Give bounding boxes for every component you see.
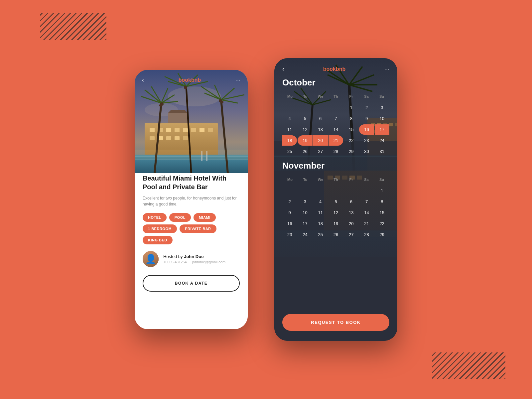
nov-day-23[interactable]: 23 (282, 229, 297, 240)
nov-day-1[interactable]: 1 (375, 186, 389, 196)
phone1-back-button[interactable]: ‹ (142, 76, 144, 83)
nov-day-11[interactable]: 11 (313, 207, 328, 218)
svg-rect-8 (183, 128, 188, 132)
cal-day-25[interactable]: 25 (282, 146, 297, 157)
request-to-book-button[interactable]: REQUEST TO BOOK (282, 314, 389, 331)
nov-weekday-mo: Mo (282, 176, 298, 183)
cal-day-18-range[interactable]: 18 (282, 135, 297, 146)
cal-day-23[interactable]: 23 (359, 135, 374, 146)
cal-day-24[interactable]: 24 (375, 135, 389, 146)
weekday-sa: Sa (359, 93, 374, 100)
cal-day-29[interactable]: 29 (344, 146, 358, 157)
cal-day-empty (282, 102, 297, 113)
nov-day-17[interactable]: 17 (298, 218, 312, 229)
cal-day-15[interactable]: 15 (344, 124, 358, 135)
cal-day-27[interactable]: 27 (313, 146, 328, 157)
weekday-su: Su (374, 93, 389, 100)
phone2-nav: ‹ bookbnb ··· (274, 58, 397, 77)
svg-rect-6 (166, 128, 171, 132)
cal-day-7[interactable]: 7 (329, 113, 343, 124)
cal-day-28[interactable]: 28 (329, 146, 343, 157)
nov-day-8[interactable]: 8 (375, 197, 389, 207)
nov-day-6[interactable]: 6 (344, 197, 358, 207)
phone1-logo: bookbnb (179, 77, 201, 83)
nov-day-9[interactable]: 9 (282, 207, 297, 218)
nov-day-7[interactable]: 7 (359, 197, 374, 207)
cal-day-9[interactable]: 9 (359, 113, 374, 124)
nov-day-25[interactable]: 25 (313, 229, 328, 240)
phone1-content: Beautiful Miami Hotel With Pool and Priv… (135, 165, 248, 329)
host-contact: +0005 481254 johndoe@gmail.com (163, 260, 225, 264)
nov-weekday-we: We (313, 176, 328, 183)
nov-day-10[interactable]: 10 (298, 207, 312, 218)
svg-point-32 (159, 104, 162, 107)
nov-empty (298, 186, 312, 196)
november-title: November (282, 161, 389, 171)
tag-miami: MIAMI (194, 213, 216, 222)
nov-weekday-sa: Sa (359, 176, 374, 183)
cal-day-19-selected[interactable]: 19 (298, 135, 312, 146)
svg-rect-4 (150, 128, 155, 132)
tag-king-bed: KING BED (143, 236, 173, 244)
cal-day-31[interactable]: 31 (375, 146, 389, 157)
cal-day-13[interactable]: 13 (313, 124, 328, 135)
cal-day-2[interactable]: 2 (359, 102, 374, 113)
phone2-more-button[interactable]: ··· (384, 66, 389, 72)
november-grid: 1 2 3 4 5 6 7 8 9 10 11 12 13 14 15 (282, 186, 389, 240)
svg-rect-15 (175, 136, 180, 140)
nov-day-22[interactable]: 22 (375, 218, 389, 229)
phones-container: ‹ bookbnb ··· Beautiful Miami Hotel With… (135, 58, 397, 341)
nov-day-2[interactable]: 2 (282, 197, 297, 207)
tag-hotel: HOTEL (143, 213, 167, 222)
cal-day-5[interactable]: 5 (298, 113, 312, 124)
nov-day-19[interactable]: 19 (329, 218, 343, 229)
nov-day-13[interactable]: 13 (344, 207, 358, 218)
nov-day-24[interactable]: 24 (298, 229, 312, 240)
cal-day-4[interactable]: 4 (282, 113, 297, 124)
phone1-more-button[interactable]: ··· (235, 76, 240, 83)
cal-day-17-range[interactable]: 17 (375, 124, 389, 135)
nov-day-14[interactable]: 14 (359, 207, 374, 218)
october-weekdays: Mo Tu We Th Fr Sa Su (282, 93, 389, 100)
book-date-button[interactable]: BOOK A DATE (143, 275, 240, 292)
cal-day-12[interactable]: 12 (298, 124, 312, 135)
cal-day-6[interactable]: 6 (313, 113, 328, 124)
nov-day-27[interactable]: 27 (344, 229, 358, 240)
nov-day-26[interactable]: 26 (329, 229, 343, 240)
host-avatar-image (143, 251, 159, 267)
nov-day-18[interactable]: 18 (313, 218, 328, 229)
cal-day-11[interactable]: 11 (282, 124, 297, 135)
cal-day-10[interactable]: 10 (375, 113, 389, 124)
nov-day-5[interactable]: 5 (329, 197, 343, 207)
phone2-logo: bookbnb (323, 66, 346, 72)
nov-weekday-su: Su (374, 176, 389, 183)
phone-hotel-listing: ‹ bookbnb ··· Beautiful Miami Hotel With… (135, 70, 248, 329)
weekday-mo: Mo (282, 93, 298, 100)
cal-day-22[interactable]: 22 (344, 135, 358, 146)
nov-day-12[interactable]: 12 (329, 207, 343, 218)
nov-day-29[interactable]: 29 (375, 229, 389, 240)
cal-day-20-range[interactable]: 20 (313, 135, 328, 146)
svg-point-41 (221, 101, 223, 103)
hotel-description: Excellent for two people, for honeymoons… (143, 195, 240, 207)
host-phone: +0005 481254 (163, 260, 187, 264)
nov-day-20[interactable]: 20 (344, 218, 358, 229)
cal-day-21-selected[interactable]: 21 (329, 135, 343, 146)
cal-day-14[interactable]: 14 (329, 124, 343, 135)
nov-empty (329, 186, 343, 196)
cal-day-3[interactable]: 3 (375, 102, 389, 113)
nov-day-3[interactable]: 3 (298, 197, 312, 207)
october-grid: 1 2 3 4 5 6 7 8 9 10 11 12 13 14 15 (282, 102, 389, 157)
cal-day-26[interactable]: 26 (298, 146, 312, 157)
nov-day-21[interactable]: 21 (359, 218, 374, 229)
phone2-back-button[interactable]: ‹ (282, 66, 284, 72)
cal-day-16-selected[interactable]: 16 (359, 124, 374, 135)
nov-day-4[interactable]: 4 (313, 197, 328, 207)
weekday-fr: Fr (343, 93, 359, 100)
cal-day-30[interactable]: 30 (359, 146, 374, 157)
cal-day-8[interactable]: 8 (344, 113, 358, 124)
nov-day-16[interactable]: 16 (282, 218, 297, 229)
cal-day-1[interactable]: 1 (344, 102, 358, 113)
nov-day-15[interactable]: 15 (375, 207, 389, 218)
nov-day-28[interactable]: 28 (359, 229, 374, 240)
